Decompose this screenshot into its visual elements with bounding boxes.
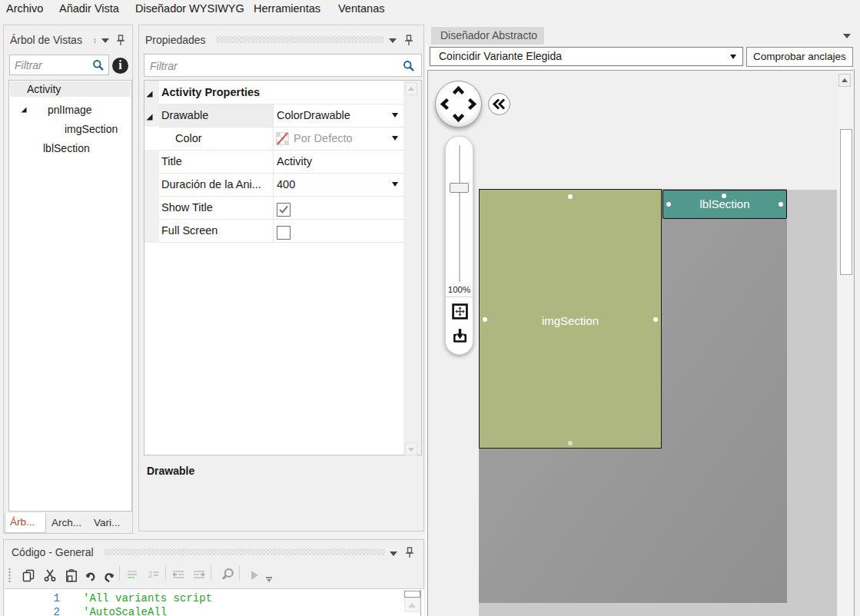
svg-text:2: 2 (148, 571, 153, 579)
